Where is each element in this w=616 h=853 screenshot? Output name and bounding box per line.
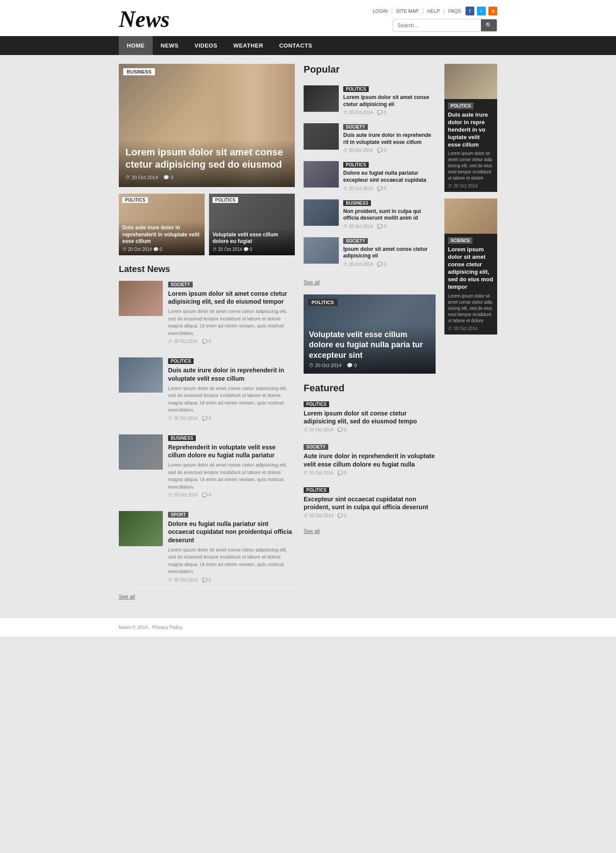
featured-item-meta-1: ⏱ 20 Oct 2014 💬 0 xyxy=(304,427,436,432)
latest-cat-4: SPORT xyxy=(168,512,188,518)
header-right: LOGIN | SITE MAP | HELP | FAQS f t ⊕ 🔍 xyxy=(373,7,497,32)
latest-see-all[interactable]: See all xyxy=(119,594,135,600)
twitter-icon[interactable]: t xyxy=(477,7,486,15)
nav-home[interactable]: HOME xyxy=(119,36,153,55)
popular-meta-2: ⏱ 20 Oct 2014 💬 0 xyxy=(343,148,436,153)
popular-thumb-2 xyxy=(304,123,339,150)
latest-desc-4: Lorem ipsum dolor sit amet conse ctetur … xyxy=(168,546,295,575)
latest-item-2: POLITICS Duis aute irure dolor in repreh… xyxy=(119,357,295,427)
latest-thumb-2-img xyxy=(119,357,163,393)
nav-news[interactable]: NEWS xyxy=(153,36,187,55)
latest-comments-1: 💬 0 xyxy=(202,339,211,344)
small-card-1-tag: POLITICS xyxy=(122,197,148,203)
popular-cat-5: SOCIETY xyxy=(343,238,368,244)
small-cards-row: POLITICS Duis aute irure dolor in repreh… xyxy=(119,194,295,255)
hero-article: BUSINESS Lorem ipsum dolor sit amet cons… xyxy=(119,64,295,187)
latest-item-1: SOCIETY Lorem ipsum dolor sit amet conse… xyxy=(119,281,295,351)
politics-banner-comments: 💬 0 xyxy=(347,363,357,368)
popular-meta-3: ⏱ 20 Oct 2014 💬 0 xyxy=(343,186,436,191)
latest-cat-2: POLITICS xyxy=(168,358,194,364)
latest-comments-2: 💬 0 xyxy=(202,416,211,421)
hero-title[interactable]: Lorem ipsum dolor sit amet conse ctetur … xyxy=(125,146,288,171)
popular-title-4[interactable]: Non proident, sunt in culpa qui officia … xyxy=(343,208,436,222)
latest-comments-3: 💬 0 xyxy=(202,493,211,497)
facebook-icon[interactable]: f xyxy=(466,7,474,15)
nav-contacts[interactable]: CONTACTS xyxy=(271,36,320,55)
latest-item-4: SPORT Dolore eu fugiat nulla pariatur si… xyxy=(119,511,295,589)
popular-title-5[interactable]: Ipsum dolor sit amet conse ctetur adipis… xyxy=(343,246,436,260)
politics-banner-meta: ⏱ 20 Oct 2014 💬 0 xyxy=(309,363,430,368)
latest-title-1[interactable]: Lorem ipsum dolor sit amet conse ctetur … xyxy=(168,290,295,305)
footer-privacy[interactable]: Privacy Policy xyxy=(152,625,182,630)
latest-info-1: SOCIETY Lorem ipsum dolor sit amet conse… xyxy=(168,281,295,344)
small-card-1[interactable]: POLITICS Duis aute irure dolor in repreh… xyxy=(119,194,205,255)
popular-title-2[interactable]: Duis aute irure dolor in reprehende rit … xyxy=(343,132,436,146)
popular-thumb-1-img xyxy=(304,85,339,112)
featured-item-title-3[interactable]: Excepteur sint occaecat cupidatat non pr… xyxy=(304,495,436,511)
header: News LOGIN | SITE MAP | HELP | FAQS f t … xyxy=(0,0,616,36)
popular-cat-3: POLITICS xyxy=(343,162,369,168)
small-card-2-meta: ⏱ 20 Oct 2014 💬 0 xyxy=(213,247,291,252)
help-link[interactable]: HELP xyxy=(427,8,440,14)
sidebar-card-2-image xyxy=(444,199,497,234)
rss-icon[interactable]: ⊕ xyxy=(488,7,497,15)
politics-banner-date: ⏱ 20 Oct 2014 xyxy=(309,363,341,368)
featured-see-all[interactable]: See all xyxy=(304,528,320,534)
latest-date-3: ⏱ 20 Oct 2014 xyxy=(168,493,198,497)
popular-thumb-5 xyxy=(304,237,339,264)
politics-banner[interactable]: POLITICS Voluptate velit esse cillum dol… xyxy=(304,294,436,374)
footer-inner: News © 2014. Privacy Policy xyxy=(110,618,506,636)
latest-title-4[interactable]: Dolore eu fugiat nulla pariatur sint occ… xyxy=(168,520,295,544)
sidebar-card-1-tag: POLITICS xyxy=(448,103,473,109)
featured-item-title-1[interactable]: Lorem ipsum dolor sit conse ctetur adipi… xyxy=(304,409,436,425)
featured-title: Featured xyxy=(304,382,436,394)
navigation: HOME NEWS VIDEOS WEATHER CONTACTS xyxy=(0,36,616,55)
latest-meta-4: ⏱ 20 Oct 2014 💬 0 xyxy=(168,577,295,582)
popular-title-3[interactable]: Dolore eu fugiat nulla pariatur excepteu… xyxy=(343,170,436,184)
featured-item-3: POLITICS Excepteur sint occaecat cupidat… xyxy=(304,486,436,524)
popular-list: POLITICS Lorem ipsum dolor sit amet cons… xyxy=(304,82,436,271)
search-input[interactable] xyxy=(393,19,481,31)
sitemap-link[interactable]: SITE MAP xyxy=(396,8,418,14)
nav-videos[interactable]: VIDEOS xyxy=(187,36,225,55)
popular-thumb-1 xyxy=(304,85,339,112)
main-content: BUSINESS Lorem ipsum dolor sit amet cons… xyxy=(110,55,506,609)
sidebar-card-1[interactable]: POLITICS Duis aute irure dolor in repre … xyxy=(444,64,497,192)
latest-comments-4: 💬 0 xyxy=(202,577,211,582)
popular-item-1: POLITICS Lorem ipsum dolor sit amet cons… xyxy=(304,82,436,119)
popular-thumb-2-img xyxy=(304,123,339,150)
latest-news-list: SOCIETY Lorem ipsum dolor sit amet conse… xyxy=(119,281,295,589)
popular-thumb-4 xyxy=(304,199,339,226)
login-link[interactable]: LOGIN xyxy=(373,8,388,14)
latest-title-2[interactable]: Duis aute irure dolor in reprehenderit i… xyxy=(168,366,295,382)
small-card-2[interactable]: POLITICS Voluptate velit esse cillum dol… xyxy=(209,194,295,255)
popular-meta-5: ⏱ 20 Oct 2014 💬 0 xyxy=(343,262,436,267)
search-button[interactable]: 🔍 xyxy=(481,19,497,31)
popular-cat-1: POLITICS xyxy=(343,86,369,92)
sidebar-card-2-tag: SCIENCE xyxy=(448,237,473,244)
featured-cat-2: SOCIETY xyxy=(304,444,328,450)
popular-info-3: POLITICS Dolore eu fugiat nulla pariatur… xyxy=(343,161,436,191)
sidebar-card-1-image xyxy=(444,64,497,99)
latest-cat-1: SOCIETY xyxy=(168,282,193,287)
latest-info-2: POLITICS Duis aute irure dolor in repreh… xyxy=(168,357,295,420)
latest-date-2: ⏱ 20 Oct 2014 xyxy=(168,416,198,421)
featured-item-1: POLITICS Lorem ipsum dolor sit conse cte… xyxy=(304,401,436,438)
search-bar: 🔍 xyxy=(392,19,497,32)
popular-meta-4: ⏱ 20 Oct 2014 💬 0 xyxy=(343,224,436,229)
site-logo: News xyxy=(119,8,170,31)
popular-item-5: SOCIETY Ipsum dolor sit amet conse ctetu… xyxy=(304,234,436,271)
faqs-link[interactable]: FAQS xyxy=(448,8,461,14)
footer: News © 2014. Privacy Policy xyxy=(0,618,616,636)
popular-info-4: BUSINESS Non proident, sunt in culpa qui… xyxy=(343,199,436,229)
popular-see-all[interactable]: See all xyxy=(304,279,320,286)
sidebar-card-2[interactable]: SCIENCE Lorem ipsum dolor sit amet conse… xyxy=(444,199,497,334)
latest-title-3[interactable]: Reprehenderit in voluptate velit esse ci… xyxy=(168,443,295,459)
small-card-2-title: Voluptate velit esse cillum dolore eu fu… xyxy=(213,232,291,245)
nav-weather[interactable]: WEATHER xyxy=(225,36,271,55)
popular-title-1[interactable]: Lorem ipsum dolor sit amet conse ctetur … xyxy=(343,94,436,108)
featured-cat-1: POLITICS xyxy=(304,401,329,407)
popular-cat-4: BUSINESS xyxy=(343,200,371,206)
featured-item-title-2[interactable]: Aute irure dolor in reprehenderit in vol… xyxy=(304,452,436,468)
small-card-1-title: Duis aute irure dolor in reprehenderit i… xyxy=(122,224,201,245)
